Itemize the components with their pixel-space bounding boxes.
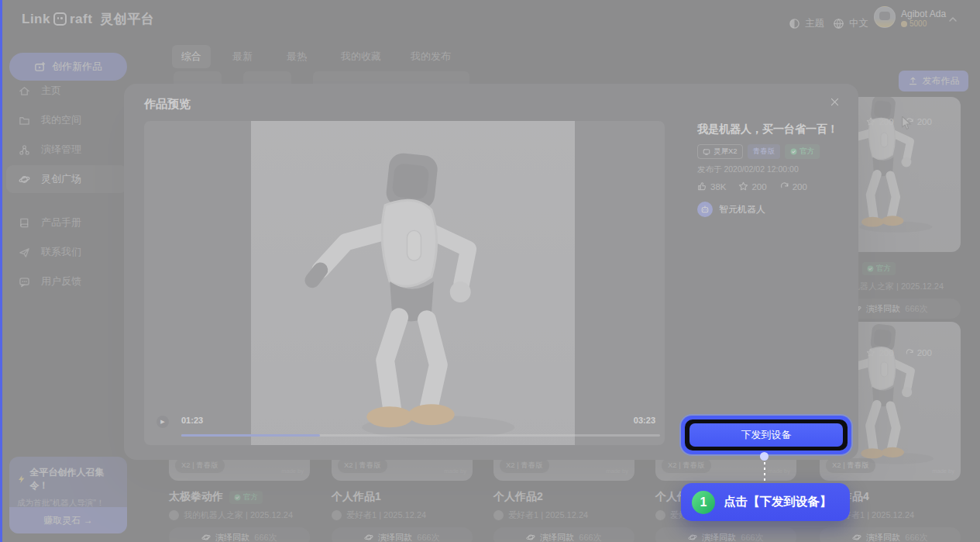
connector-dotted-line (764, 462, 765, 484)
guide-dim-overlay (0, 0, 980, 542)
send-to-device-button[interactable]: 下发到设备 (689, 423, 843, 447)
guide-step-number: 1 (692, 491, 715, 514)
highlight-ring: 下发到设备 (681, 416, 851, 454)
app-window: Link raft 灵创平台 主题 中文 Agibot Ada 5000 创作新… (0, 0, 980, 542)
window-left-edge (0, 0, 2, 542)
guide-tooltip-label: 点击【下发到设备】 (724, 494, 832, 510)
connector-dot (760, 452, 769, 461)
guide-tooltip: 1 点击【下发到设备】 (681, 483, 850, 521)
